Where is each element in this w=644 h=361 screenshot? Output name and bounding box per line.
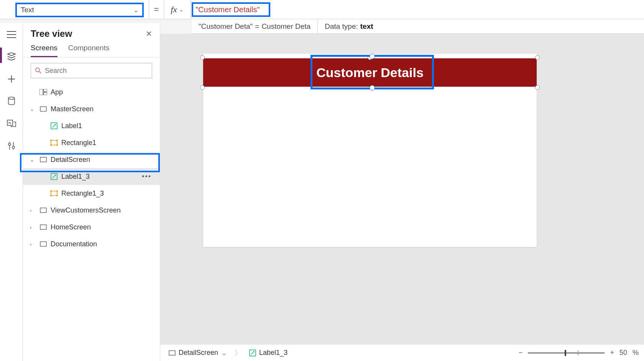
- artboard-detailscreen[interactable]: Customer Details: [203, 54, 537, 247]
- rectangle-header[interactable]: Customer Details: [203, 58, 537, 87]
- hamburger-icon[interactable]: [4, 28, 19, 41]
- intel-type-label: Data type:: [325, 22, 358, 31]
- tree-list: App ⌄ MasterScreen Label1 Rectangle1 ⌄ D…: [23, 84, 160, 252]
- zoom-in-button[interactable]: +: [610, 349, 614, 357]
- tree-item-label1-3[interactable]: Label1_3 •••: [23, 168, 160, 185]
- svg-rect-10: [51, 140, 57, 145]
- breadcrumb-separator: 〉: [235, 348, 242, 358]
- tree-item-rectangle1[interactable]: Rectangle1: [23, 134, 160, 151]
- media-icon[interactable]: [4, 117, 19, 130]
- svg-rect-6: [44, 89, 47, 92]
- tree-item-label: Documentation: [51, 240, 97, 248]
- tree-item-masterscreen[interactable]: ⌄ MasterScreen: [23, 101, 160, 117]
- zoom-slider[interactable]: [528, 352, 605, 354]
- tree-search[interactable]: [31, 63, 152, 78]
- chevron-down-icon: ⌄: [221, 349, 227, 357]
- intellisense-result: "Customer Deta" = Customer Deta: [192, 19, 318, 33]
- screen-icon: [39, 206, 48, 214]
- svg-point-20: [50, 195, 52, 196]
- screen-icon: [39, 223, 48, 231]
- tree-item-label: HomeScreen: [51, 223, 91, 231]
- tree-view-panel: Tree view ✕ Screens Components App ⌄ Mas…: [23, 23, 160, 361]
- tree-app-label: App: [51, 88, 63, 96]
- tree-item-homescreen[interactable]: › HomeScreen: [23, 219, 160, 236]
- tab-components[interactable]: Components: [68, 44, 110, 57]
- chevron-down-icon[interactable]: ⌄: [30, 157, 36, 163]
- label-icon: [50, 172, 58, 181]
- tree-item-viewcustomersscreen[interactable]: › ViewCustomersScreen: [23, 202, 160, 219]
- more-icon[interactable]: •••: [142, 173, 151, 181]
- rectangle-icon: [50, 189, 58, 198]
- tree-item-label: Rectangle1_3: [61, 190, 104, 198]
- svg-point-4: [36, 68, 39, 72]
- tree-view-icon[interactable]: [4, 51, 19, 63]
- svg-point-21: [56, 195, 58, 196]
- insert-icon[interactable]: [4, 73, 19, 85]
- tree-item-label: Rectangle1: [61, 139, 96, 147]
- zoom-slider-tick: [578, 351, 578, 355]
- left-rail: [0, 23, 23, 361]
- fx-button[interactable]: fx ⌄: [164, 0, 191, 19]
- tree-item-documentation[interactable]: › Documentation: [23, 236, 160, 252]
- breadcrumb-screen-label: DetailScreen: [179, 349, 218, 357]
- chevron-right-icon[interactable]: ›: [30, 208, 36, 213]
- svg-rect-5: [39, 89, 43, 95]
- svg-point-14: [56, 144, 58, 146]
- svg-rect-7: [44, 92, 47, 95]
- screen-icon: [169, 350, 176, 356]
- breadcrumb-screen[interactable]: DetailScreen ⌄: [166, 349, 230, 357]
- tree-item-detailscreen[interactable]: ⌄ DetailScreen: [23, 151, 160, 168]
- tree-title: Tree view: [31, 28, 72, 39]
- svg-rect-15: [40, 157, 46, 162]
- formula-input-tail[interactable]: [272, 0, 644, 19]
- tree-item-rectangle1-3[interactable]: Rectangle1_3: [23, 185, 160, 202]
- tree-item-label: ViewCustomersScreen: [51, 206, 121, 214]
- close-icon[interactable]: ✕: [146, 29, 152, 38]
- formula-bar: Text ⌄ = fx ⌄ "Customer Details": [0, 0, 644, 19]
- tree-app[interactable]: App: [23, 84, 160, 101]
- svg-rect-24: [40, 242, 46, 246]
- label-icon: [249, 349, 256, 356]
- property-selector-value: Text: [21, 6, 133, 14]
- app-icon: [39, 88, 48, 96]
- fx-icon: fx: [171, 5, 177, 15]
- zoom-slider-thumb[interactable]: [565, 350, 566, 356]
- breadcrumb-control[interactable]: Label1_3: [246, 349, 291, 357]
- screen-icon: [39, 105, 48, 113]
- formula-input[interactable]: "Customer Details": [192, 2, 270, 17]
- intel-quoted: "Customer Deta": [199, 22, 253, 31]
- canvas[interactable]: Customer Details: [160, 34, 644, 346]
- rail-active-indicator: [0, 48, 2, 63]
- intel-type-value: text: [360, 22, 373, 31]
- svg-point-13: [50, 144, 52, 146]
- svg-point-12: [56, 140, 58, 141]
- tree-tabs: Screens Components: [23, 41, 160, 58]
- svg-point-18: [50, 190, 52, 192]
- property-selector[interactable]: Text ⌄: [15, 3, 144, 17]
- svg-rect-8: [40, 107, 46, 111]
- svg-point-11: [50, 140, 52, 141]
- zoom-pct: %: [632, 349, 639, 357]
- tree-item-label: DetailScreen: [51, 156, 90, 164]
- intel-eq: =: [255, 22, 259, 31]
- chevron-right-icon[interactable]: ›: [30, 241, 36, 247]
- intel-result-value: Customer Deta: [261, 22, 310, 31]
- chevron-down-icon: ⌄: [133, 7, 138, 14]
- tree-header: Tree view ✕: [23, 23, 160, 41]
- intellisense-bar: "Customer Deta" = Customer Deta Data typ…: [192, 19, 644, 34]
- data-icon[interactable]: [4, 95, 19, 107]
- zoom-value: 50: [619, 349, 627, 357]
- tree-search-input[interactable]: [45, 67, 148, 75]
- tab-screens[interactable]: Screens: [31, 44, 58, 57]
- header-label[interactable]: Customer Details: [316, 65, 424, 80]
- chevron-right-icon[interactable]: ›: [30, 224, 36, 230]
- tree-item-label: Label1_3: [61, 173, 90, 181]
- zoom-out-button[interactable]: −: [519, 349, 523, 357]
- search-icon: [35, 67, 42, 74]
- chevron-down-icon[interactable]: ⌄: [30, 106, 36, 112]
- tree-item-label1[interactable]: Label1: [23, 117, 160, 134]
- screen-icon: [39, 240, 48, 248]
- svg-point-19: [56, 190, 58, 192]
- formula-input-value: "Customer Details": [196, 5, 260, 14]
- settings-icon[interactable]: [4, 140, 19, 152]
